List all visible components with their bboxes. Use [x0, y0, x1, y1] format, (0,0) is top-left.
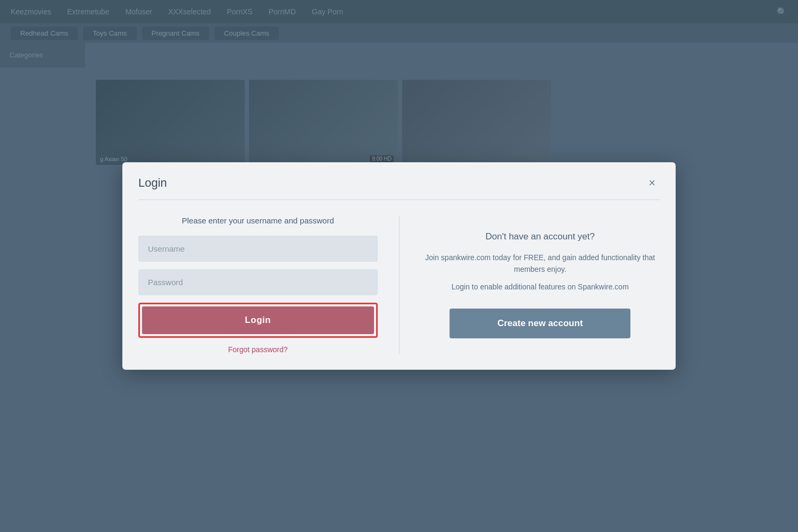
- register-panel: Don't have an account yet? Join spankwir…: [400, 216, 660, 354]
- login-prompt: Please enter your username and password: [182, 216, 334, 225]
- password-input[interactable]: [138, 269, 378, 295]
- modal-header: Login ×: [122, 162, 676, 191]
- modal-title: Login: [138, 176, 167, 190]
- login-button-wrapper: Login: [138, 303, 378, 338]
- login-panel: Please enter your username and password …: [138, 216, 400, 354]
- login-modal: Login × Please enter your username and p…: [122, 162, 676, 370]
- modal-body: Please enter your username and password …: [122, 200, 676, 370]
- register-heading: Don't have an account yet?: [486, 231, 595, 242]
- modal-close-button[interactable]: ×: [644, 175, 660, 191]
- create-account-button[interactable]: Create new account: [450, 309, 630, 338]
- username-input[interactable]: [138, 236, 378, 262]
- forgot-password-link[interactable]: Forgot password?: [228, 345, 288, 354]
- register-text-2: Login to enable additional features on S…: [452, 281, 629, 293]
- login-button[interactable]: Login: [142, 306, 374, 334]
- modal-overlay: Login × Please enter your username and p…: [0, 0, 798, 532]
- register-text-1: Join spankwire.com today for FREE, and g…: [421, 252, 660, 276]
